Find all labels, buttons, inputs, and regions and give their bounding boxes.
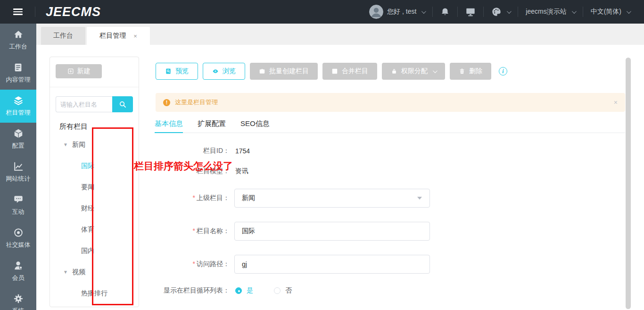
document-icon <box>13 62 24 73</box>
permission-assign-button[interactable]: 权限分配 <box>382 63 445 80</box>
toolbar: 预览 浏览 批量创建栏目 合并栏目 权限分配 删除 i <box>156 63 507 80</box>
site-selector[interactable]: jeecms演示站 <box>526 8 575 16</box>
topbar-divider <box>35 7 35 17</box>
delete-button[interactable]: 删除 <box>450 63 491 80</box>
close-icon[interactable]: × <box>614 99 618 106</box>
close-icon[interactable]: × <box>133 33 137 39</box>
tree-node-international[interactable]: 国际 <box>50 155 139 176</box>
sidebar-item-columns[interactable]: 栏目管理 <box>0 90 36 123</box>
plus-square-icon <box>67 68 74 75</box>
required-star: * <box>193 227 195 235</box>
tree-node-finance[interactable]: 财经 <box>50 198 139 219</box>
radio-no[interactable]: 否 <box>274 286 292 295</box>
parent-column-select[interactable]: 新闻 <box>234 189 430 208</box>
theme-menu[interactable] <box>491 7 510 17</box>
form-row-name: *栏目名称： <box>156 222 430 241</box>
column-id-value: 1754 <box>235 147 250 155</box>
layers-icon <box>13 95 24 106</box>
language-selector[interactable]: 中文(简体) <box>591 8 630 16</box>
bell-icon <box>440 7 450 17</box>
column-model-value: 资讯 <box>235 167 248 176</box>
chevron-down-icon <box>572 9 577 14</box>
topbar-divider <box>583 7 583 17</box>
target-icon <box>13 227 24 238</box>
chevron-down-icon <box>421 9 426 14</box>
tab-workbench[interactable]: 工作台 <box>41 27 85 45</box>
merge-icon <box>331 68 338 75</box>
sidebar-item-config[interactable]: 配置 <box>0 123 36 156</box>
gear-icon <box>13 293 24 304</box>
merge-columns-button[interactable]: 合并栏目 <box>322 63 377 80</box>
column-tree: ▼ 新闻 国际 要闻 财经 体育 国内 ▼ 视频 热播排行 <box>50 134 139 304</box>
column-name-input[interactable] <box>234 222 430 241</box>
cube-icon <box>13 128 24 139</box>
search-icon <box>119 101 127 109</box>
tree-node-news[interactable]: ▼ 新闻 <box>50 134 139 155</box>
form-row-column-id: 栏目ID： 1754 <box>156 147 430 155</box>
radio-yes[interactable]: 是 <box>235 286 253 295</box>
tab-seo-info[interactable]: SEO信息 <box>240 118 270 133</box>
chevron-down-icon <box>627 9 631 14</box>
palette-icon <box>491 7 502 17</box>
search-button[interactable] <box>112 96 133 112</box>
form-row-path: *访问路径： <box>156 255 430 274</box>
browse-button[interactable]: 浏览 <box>203 63 245 80</box>
hamburger-menu-icon[interactable] <box>13 7 23 17</box>
site-monitor-button[interactable] <box>465 7 476 17</box>
column-search-input[interactable] <box>56 96 112 112</box>
sidebar-item-members[interactable]: 会员 <box>0 255 36 288</box>
tree-node-headlines[interactable]: 要闻 <box>50 176 139 198</box>
sidebar-item-stats[interactable]: 网站统计 <box>0 156 36 189</box>
caret-down-icon[interactable]: ▼ <box>63 269 68 275</box>
batch-create-button[interactable]: 批量创建栏目 <box>250 63 318 80</box>
access-path-input[interactable] <box>234 255 430 274</box>
member-icon <box>13 260 24 271</box>
avatar <box>369 5 383 19</box>
tab-extended-config[interactable]: 扩展配置 <box>198 118 226 133</box>
form-row-parent: *上级栏目： 新闻 <box>156 189 430 208</box>
tree-root-label[interactable]: 所有栏目 <box>59 122 139 131</box>
vertical-scrollbar[interactable] <box>626 58 631 309</box>
sidebar-item-workbench[interactable]: 工作台 <box>0 24 36 57</box>
preview-button[interactable]: 预览 <box>156 63 198 80</box>
tab-basic-info[interactable]: 基本信息 <box>155 118 183 133</box>
preview-doc-icon <box>165 68 172 75</box>
briefcase-plus-icon <box>259 68 265 75</box>
required-star: * <box>193 194 195 201</box>
home-icon <box>13 29 24 40</box>
alert-text: 这里是栏目管理 <box>175 98 218 107</box>
panel-header: 新建 <box>50 57 139 87</box>
notifications-button[interactable] <box>440 7 450 17</box>
site-name: jeecms演示站 <box>526 8 566 16</box>
new-column-button[interactable]: 新建 <box>56 64 102 78</box>
sidebar-item-content[interactable]: 内容管理 <box>0 57 36 90</box>
caret-down-icon[interactable]: ▼ <box>63 142 68 147</box>
tab-strip: 工作台 栏目管理 × <box>36 24 644 45</box>
form-row-loop-list: 显示在栏目循环列表： 是 否 <box>156 286 430 295</box>
tab-column-management[interactable]: 栏目管理 × <box>87 27 150 45</box>
user-menu[interactable]: 您好 , test <box>369 5 425 19</box>
tree-node-hot-ranking[interactable]: 热播排行 <box>50 283 139 304</box>
radio-unchecked-icon <box>274 287 281 294</box>
topbar-divider <box>518 7 518 17</box>
sidebar-item-system[interactable]: 系统 <box>0 288 36 310</box>
eye-icon <box>212 68 219 75</box>
app-logo: JEECMS <box>46 5 101 19</box>
column-search <box>56 96 133 112</box>
info-icon[interactable]: i <box>499 67 507 75</box>
tree-node-sports[interactable]: 体育 <box>50 219 139 240</box>
info-alert: ! 这里是栏目管理 × <box>156 93 625 112</box>
form-tabs: 基本信息 扩展配置 SEO信息 <box>155 118 625 133</box>
radio-checked-icon <box>235 287 242 294</box>
language-label: 中文(简体) <box>591 8 621 16</box>
tree-node-video[interactable]: ▼ 视频 <box>50 261 139 283</box>
topbar: JEECMS 您好 , test jeecms演示站 中文(简体 <box>0 0 644 24</box>
topbar-divider <box>432 7 433 17</box>
sidebar-item-social[interactable]: 社交媒体 <box>0 222 36 255</box>
tree-node-domestic[interactable]: 国内 <box>50 240 139 261</box>
user-greeting: 您好 , test <box>387 8 416 16</box>
topbar-divider <box>483 7 484 17</box>
sidebar-item-interaction[interactable]: 互动 <box>0 189 36 222</box>
caret-down-icon <box>417 197 422 200</box>
warning-icon: ! <box>163 99 170 106</box>
